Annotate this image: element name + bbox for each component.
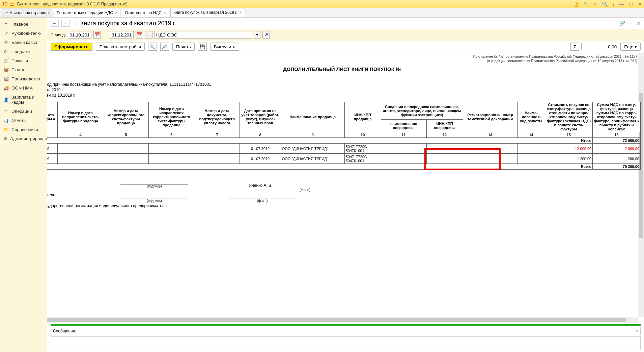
messages-box[interactable] <box>51 336 641 350</box>
th-c6: Номер и дата исправления корректировоч-н… <box>149 102 194 132</box>
close-icon[interactable]: × <box>164 10 166 15</box>
th-c12: ИНН/КПП посредника <box>426 120 463 132</box>
sidebar-item-directories[interactable]: 📁Справочники <box>0 125 47 134</box>
nav-forward-button[interactable]: → <box>61 20 69 27</box>
export-button[interactable]: Выгрузить <box>210 43 239 51</box>
titlebar-actions: 🔔 ↻ ☆ 🔍 ⫶ — ▢ ✕ <box>573 1 642 7</box>
close-icon[interactable]: × <box>115 10 117 15</box>
close-icon[interactable]: ✕ <box>637 21 641 26</box>
sidebar-item-bank[interactable]: ©Банк и касса <box>0 38 47 47</box>
app-title: Бухгалтерия предприятия, редакция 3.0 (1… <box>17 2 573 6</box>
subtotal-row: Итого 72 000,00 <box>47 138 641 144</box>
minimize-icon[interactable]: — <box>619 1 624 7</box>
tab-home-label: Начальная страница <box>9 10 49 15</box>
maximize-icon[interactable]: ▢ <box>629 1 633 7</box>
filter-icon[interactable]: ⫶ <box>612 1 615 7</box>
sidebar-item-hr[interactable]: 👤Зарплата и кадры <box>0 93 47 107</box>
print-button[interactable]: Печать <box>172 43 195 51</box>
total-row: Всего 70 200,00 <box>47 164 641 170</box>
report-title: ДОПОЛНИТЕЛЬНЫЙ ЛИСТ КНИГИ ПОКУПОК № <box>47 63 641 75</box>
period-from-input[interactable] <box>68 31 91 39</box>
report-area: Приложение № 4 к постановлению Правитель… <box>47 53 644 323</box>
factory-icon: 🏭 <box>3 76 9 81</box>
generate-button[interactable]: Сформировать <box>51 43 92 51</box>
meta-quarter: ртал 2019 г. <box>47 87 641 93</box>
divider-bar <box>51 324 641 326</box>
period-picker-button[interactable]: ... <box>145 31 152 39</box>
calendar-to-button[interactable]: 📅 <box>136 31 143 39</box>
period-to-input[interactable] <box>110 31 134 39</box>
titlebar: 1C ☰ Бухгалтерия предприятия, редакция 3… <box>0 0 644 8</box>
messages-header: Сообщения: ✕ <box>51 327 641 335</box>
sidebar-item-admin[interactable]: ⚙Администрирование <box>0 134 47 143</box>
sig-left-2: матель <box>47 193 55 197</box>
sidebar-item-purchases[interactable]: 🛒Покупки <box>0 56 47 65</box>
zoom-out-button[interactable]: 🔎 <box>160 43 169 51</box>
meta-inn-kpp: и код причины постановки на учет налогоп… <box>47 82 641 87</box>
history-icon[interactable]: ↻ <box>584 1 588 7</box>
sidebar-item-label: Операции <box>11 109 32 114</box>
bell-icon[interactable]: 🔔 <box>573 1 579 7</box>
calendar-from-button[interactable]: 📅 <box>93 31 101 39</box>
th-c8: Дата принятия на учет товаров (работ, ус… <box>240 102 281 132</box>
sidebar-item-label: Главное <box>11 22 28 27</box>
tab-home[interactable]: ⌂ Начальная страница <box>2 8 52 17</box>
cart-icon: 🛒 <box>3 58 9 63</box>
sum-button[interactable]: Σ <box>570 43 579 51</box>
messages-label: Сообщения: <box>53 329 76 333</box>
organization-input[interactable] <box>155 31 252 39</box>
sidebar-item-assets[interactable]: 🚚ОС и НМА <box>0 83 47 93</box>
th-c3: ата ры а <box>47 102 58 132</box>
toolbar: Сформировать Показать настройки 🔍 🔎 Печа… <box>47 41 644 53</box>
more-button[interactable]: Еще ▾ <box>620 43 641 51</box>
list-icon: ≡ <box>3 22 9 27</box>
registration-line: государственной регистрации индивидуальн… <box>47 203 167 208</box>
save-button[interactable]: 💾 <box>198 43 207 51</box>
th-c9: Наименование продавца <box>281 102 344 132</box>
show-settings-button[interactable]: Показать настройки <box>96 43 145 51</box>
reference-text-1: Приложение № 4 к постановлению Правитель… <box>47 54 641 58</box>
nav-back-button[interactable]: ← <box>51 20 59 27</box>
organization-dropdown-button[interactable]: ▾ <box>254 31 260 39</box>
sidebar-item-production[interactable]: 🏭Производство <box>0 74 47 83</box>
close-messages-icon[interactable]: ✕ <box>635 329 638 333</box>
sum-field[interactable] <box>581 43 618 50</box>
fio-label-1: (ф.и.о) <box>271 188 339 192</box>
dash-separator: – <box>103 32 108 37</box>
sidebar-item-label: Покупки <box>11 58 28 63</box>
sidebar-item-operations[interactable]: ᴬᴷОперации <box>0 107 47 116</box>
more-vert-icon[interactable]: ⋮ <box>628 21 633 26</box>
link-icon[interactable]: 🔗 <box>619 21 625 26</box>
menu-icon[interactable]: ☰ <box>10 1 15 7</box>
search-icon[interactable]: 🔍 <box>602 1 608 7</box>
close-icon[interactable]: × <box>240 10 242 15</box>
tab-nds-operations[interactable]: Регламентные операции НДС× <box>54 8 120 17</box>
signer-name: Яненко А. В. <box>228 183 292 188</box>
period-label: Период: <box>51 32 66 37</box>
zoom-in-button[interactable]: 🔍 <box>148 43 157 51</box>
close-icon[interactable]: ✕ <box>638 1 642 7</box>
sidebar-item-manager[interactable]: ↗Руководителю <box>0 29 47 38</box>
th-c10: ИНН/КПП продавца <box>344 102 381 132</box>
sidebar-item-label: Зарплата и кадры <box>11 95 44 105</box>
favorite-star-icon[interactable]: ☆ <box>72 20 78 27</box>
sidebar-item-warehouse[interactable]: 📦Склад <box>0 65 47 74</box>
tab-report-nds[interactable]: Отчетность по НДС× <box>122 8 169 17</box>
sidebar-item-label: Администрирование <box>10 136 52 141</box>
sidebar-item-reports[interactable]: 📊Отчеты <box>0 116 47 125</box>
tab-label: Книга покупок за 4 квартал 2019 г. <box>173 10 237 15</box>
sidebar-item-main[interactable]: ≡Главное <box>0 20 47 29</box>
sidebar-item-label: Отчеты <box>11 118 27 123</box>
sidebar-item-sales[interactable]: 🛍Продажи <box>0 47 47 56</box>
box-icon: 📦 <box>3 67 9 72</box>
horizontal-scrollbar[interactable] <box>47 317 638 323</box>
logo-1c: 1C <box>2 1 8 6</box>
sidebar-item-label: Справочники <box>11 127 38 132</box>
organization-open-button[interactable]: ↗ <box>262 31 270 39</box>
tab-purchase-book[interactable]: Книга покупок за 4 квартал 2019 г.× <box>170 8 245 17</box>
star-icon[interactable]: ☆ <box>593 1 597 7</box>
th-intermediary: Сведения о посреднике (комиссионере, аге… <box>381 102 463 120</box>
signature-block: цо (подпись) Яненко А. В. (ф.и.о) матель… <box>47 170 641 208</box>
th-c14: Наиме-нование и код валюты <box>517 102 545 132</box>
signature-line-1: (подпись) <box>120 184 188 188</box>
